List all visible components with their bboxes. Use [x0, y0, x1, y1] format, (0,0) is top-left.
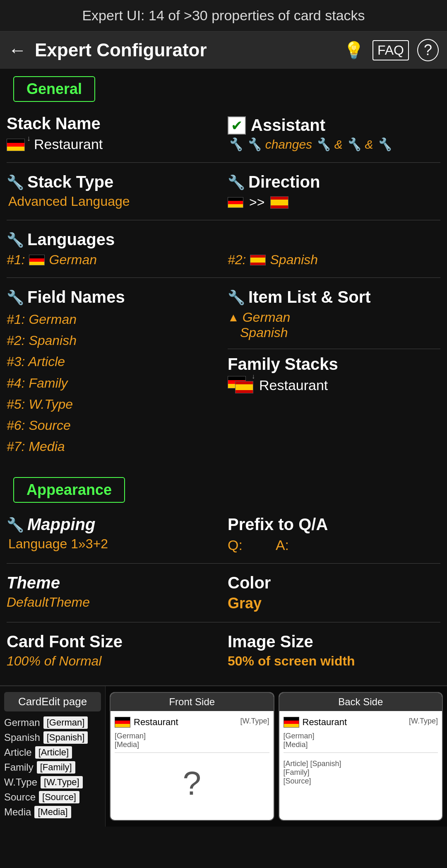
languages-label: 🔧 Languages: [7, 230, 440, 249]
field-label-spanish: Spanish: [4, 732, 40, 743]
field-tag-family: [Family]: [37, 761, 75, 774]
theme-value[interactable]: DefaultTheme: [7, 595, 219, 610]
field-names-label: 🔧 Field Names: [7, 288, 219, 306]
faq-icon[interactable]: FAQ: [372, 40, 409, 60]
languages-block: 🔧 Languages #1: German #2: Spanish: [7, 226, 440, 272]
prefix-qa-block: Prefix to Q/A Q: A:: [228, 511, 440, 557]
item-list-sort-block: 🔧 Item List & Sort ▲ German Spanish Fami…: [228, 284, 440, 398]
card-edit-panel: CardEdit page German [German] Spanish [S…: [0, 686, 106, 827]
stack-type-value[interactable]: Advanced Language: [7, 194, 219, 209]
back-card-top-row: Restaurant [W.Type]: [284, 717, 438, 732]
top-banner-text: Expert UI: 14 of >30 properties of card …: [82, 7, 365, 23]
list-item: #6: Source: [7, 415, 219, 436]
list-item: #7: Media: [7, 436, 219, 457]
direction-block: 🔧 Direction >>: [228, 169, 440, 214]
flag-de-back-card: [284, 717, 299, 728]
arrow-down-icon: ↓: [27, 134, 31, 143]
list-item: #4: Family: [7, 373, 219, 394]
back-button[interactable]: ←: [8, 40, 26, 60]
field-label-german: German: [4, 717, 40, 728]
main-content: Stack Name ↓ Restaurant ✔ Assistant 🔧 🔧 …: [0, 102, 447, 465]
flag-es-direction: [270, 196, 288, 209]
theme-block: Theme DefaultTheme: [7, 569, 219, 616]
card-edit-row-spanish: Spanish [Spanish]: [4, 731, 101, 744]
page-title: Expert Configurator: [35, 40, 335, 60]
field-names-block: 🔧 Field Names #1: German #2: Spanish #3:…: [7, 284, 219, 461]
assistant-block: ✔ Assistant 🔧 🔧 changes 🔧 & 🔧 & 🔧: [228, 110, 440, 157]
card-edit-row-source: Source [Source]: [4, 791, 101, 803]
list-item: #5: W.Type: [7, 394, 219, 415]
back-card-header: Back Side: [279, 693, 442, 711]
field-tag-source: [Source]: [39, 791, 79, 803]
image-size-value[interactable]: 50% of screen width: [228, 653, 440, 669]
stack-type-block: 🔧 Stack Type Advanced Language: [7, 169, 219, 214]
color-value[interactable]: Gray: [228, 595, 440, 612]
item-list-spanish-row: Spanish: [240, 325, 440, 340]
front-card-header: Front Side: [111, 693, 274, 711]
back-card-divider: [284, 752, 438, 753]
bottom-preview: CardEdit page German [German] Spanish [S…: [0, 685, 447, 827]
front-wtype-badge: [W.Type]: [240, 717, 269, 726]
color-block: Color Gray: [228, 569, 440, 616]
top-banner: Expert UI: 14 of >30 properties of card …: [0, 0, 447, 31]
field-names-values[interactable]: #1: German #2: Spanish #3: Article #4: F…: [7, 309, 219, 457]
list-item: #1: German: [7, 309, 219, 330]
flag-es-lang2: [250, 255, 266, 265]
bulb-icon[interactable]: 💡: [344, 41, 364, 60]
wrench-icon-direction: 🔧: [228, 174, 245, 190]
card-edit-row-wtype: W.Type [W.Type]: [4, 776, 101, 788]
family-stacks-value[interactable]: ↓ Restaurant: [228, 376, 440, 394]
card-font-size-block: Card Font Size 100% of Normal: [7, 628, 219, 673]
cards-area: Front Side Restaurant [W.Type] [German] …: [106, 686, 447, 827]
item-list-german-row: ▲ German: [228, 310, 440, 325]
help-icon[interactable]: ?: [417, 39, 439, 61]
front-card: Front Side Restaurant [W.Type] [German] …: [110, 692, 274, 821]
flag-de-direction: [228, 197, 243, 208]
wrench-icon-item-list: 🔧: [228, 289, 245, 306]
direction-value[interactable]: >>: [228, 195, 440, 210]
image-size-block: Image Size 50% of screen width: [228, 628, 440, 673]
card-edit-row-article: Article [Article]: [4, 746, 101, 759]
image-size-label: Image Size: [228, 632, 440, 651]
wrench-icon-stack-type: 🔧: [7, 174, 24, 190]
lang1-row[interactable]: #1: German: [7, 252, 219, 268]
front-fields: [German] [Media]: [115, 732, 269, 749]
mapping-label-text: Mapping: [27, 515, 95, 534]
stack-name-value: ↓ Restaurant: [7, 136, 219, 152]
question-mark-icon: ?: [183, 765, 202, 802]
wrench-icon-languages: 🔧: [7, 231, 24, 248]
card-edit-row-media: Media [Media]: [4, 806, 101, 818]
general-tab[interactable]: General: [13, 76, 95, 102]
arrow-down-family-icon: ↓: [252, 373, 255, 380]
back-restaurant-label: Restaurant: [303, 717, 347, 728]
list-item: #3: Article: [7, 351, 219, 372]
item-list-sort-values[interactable]: ▲ German Spanish: [228, 310, 440, 340]
card-font-size-value[interactable]: 100% of Normal: [7, 653, 219, 669]
family-stacks-label: Family Stacks: [228, 355, 440, 374]
flag-de-icon: [7, 139, 25, 151]
wrench-icon-field-names: 🔧: [7, 289, 24, 306]
back-card-flag-row: Restaurant: [284, 717, 347, 728]
q-label: Q:: [228, 537, 243, 553]
card-font-size-label: Card Font Size: [7, 632, 219, 651]
field-label-source: Source: [4, 791, 36, 803]
stack-name-block: Stack Name ↓ Restaurant: [7, 110, 219, 157]
appearance-tab[interactable]: Appearance: [13, 477, 125, 503]
lang2-row[interactable]: #2: Spanish: [228, 252, 440, 268]
qa-values: Q: A:: [228, 537, 440, 553]
flag-es-family: [235, 381, 253, 393]
header-icons: 💡 FAQ ?: [344, 39, 439, 61]
field-tag-article: [Article]: [35, 746, 72, 759]
assistant-checkbox[interactable]: ✔: [228, 116, 246, 135]
card-edit-row-german: German [German]: [4, 716, 101, 729]
a-label: A:: [276, 537, 289, 553]
flag-de-lang1: [29, 255, 45, 265]
field-label-family: Family: [4, 762, 34, 773]
prefix-qa-label: Prefix to Q/A: [228, 515, 440, 534]
field-tag-german: [German]: [43, 716, 88, 729]
mapping-block: 🔧 Mapping Language 1»3+2: [7, 511, 219, 557]
theme-label: Theme: [7, 574, 219, 592]
assistant-changes: 🔧 🔧 changes 🔧 & 🔧 & 🔧: [228, 137, 440, 152]
mapping-value[interactable]: Language 1»3+2: [7, 536, 219, 552]
field-label-wtype: W.Type: [4, 776, 37, 788]
